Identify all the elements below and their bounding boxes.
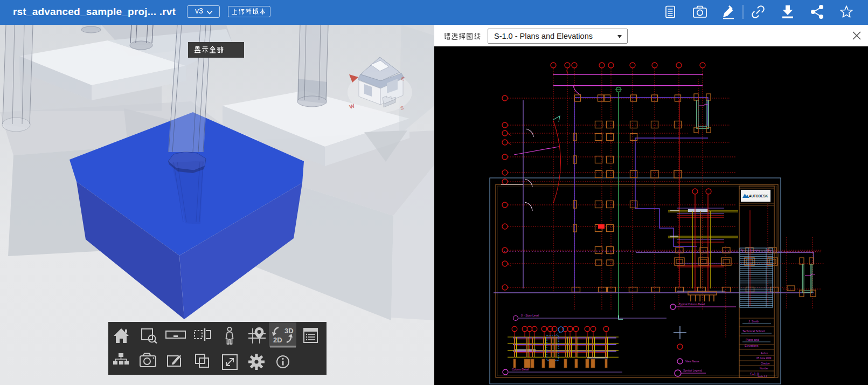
svg-text:Technical School: Technical School [742,329,765,333]
svg-text:J. Smith: J. Smith [748,320,759,323]
svg-text:Column Detail: Column Detail [512,368,529,371]
svg-text:No: No [741,249,744,251]
svg-text:View Name: View Name [685,360,699,363]
svg-text:Symbol Legend: Symbol Legend [683,369,702,372]
svg-text:Scale 1:1: Scale 1:1 [758,375,767,377]
svg-text:0' - Story Level: 0' - Story Level [521,314,539,317]
svg-text:Description: Description [750,249,760,251]
svg-text:Elevations: Elevations [745,344,759,347]
svg-text:Plans and: Plans and [746,338,759,341]
svg-text:Author: Author [761,352,768,355]
svg-text:05 June 2009: 05 June 2009 [756,357,772,360]
svg-text:Number: Number [760,367,769,370]
svg-text:2D: 2D [273,336,282,344]
svg-text:AUTODESK: AUTODESK [749,194,768,198]
svg-text:Checker: Checker [761,362,770,365]
svg-text:Typical Column Detail: Typical Column Detail [679,302,705,306]
svg-text:3D: 3D [284,327,294,335]
